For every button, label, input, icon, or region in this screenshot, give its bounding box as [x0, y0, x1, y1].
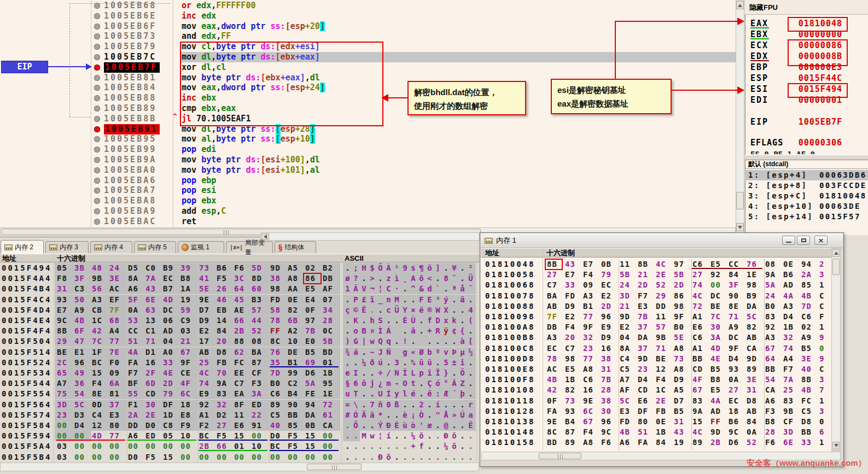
scroll-down-button[interactable] — [832, 442, 840, 449]
breakpoint-dot[interactable] — [94, 147, 100, 153]
breakpoint-dot[interactable] — [94, 106, 100, 112]
close-button[interactable]: × — [814, 236, 828, 245]
memory-row[interactable]: 018100A8DBF49FE9E23757B0E630A982921B021 — [481, 322, 831, 332]
memory-row[interactable]: 0015F58400.D4Ô12.80.DDÝD0ÐC8ÈF9ùF2ò27'E6… — [0, 420, 479, 431]
memory-row[interactable]: 0015F4A4F8ø3F?9B.3E>8A.7AzECìB8¸41AF5õ3C… — [0, 273, 479, 284]
memory-row[interactable]: 01810068C73309EC242D522D74003F985AAD851 — [481, 280, 831, 290]
disasm-row[interactable]: 1005EBA8pop ebx — [0, 196, 736, 206]
memory-row[interactable]: 0015F4B4311C3Ã56VAC¬A6¦43CB7·1A.5E^26&64… — [0, 284, 479, 294]
breakpoint-dot[interactable] — [94, 24, 100, 30]
disasm-row[interactable]: 1005EB6Fmov eax,dword ptr ss:[esp+20] — [0, 21, 736, 32]
breakpoint-dot[interactable] — [94, 3, 100, 9]
memory-row[interactable]: 0181010842821628AFCD1CA567E52731CA254B7 — [481, 385, 831, 395]
scroll-down-button[interactable] — [736, 223, 744, 231]
disasm-row[interactable]: 1005EB99pop edi — [0, 144, 736, 155]
disasm-row[interactable]: 1005EBA6pop ebp — [0, 175, 736, 186]
breakpoint-dot[interactable] — [94, 54, 100, 60]
stack-row[interactable]: 1: [esp+4] 00063DB6 — [745, 170, 868, 180]
disasm-row[interactable]: 1005EB73and edx,FF — [0, 31, 736, 42]
breakpoint-dot[interactable] — [94, 157, 100, 163]
disasm-row[interactable]: 1005EBACret — [0, 216, 736, 227]
memory-row[interactable]: 018101389EB46796FD800E3115FFB684B8CFD80 — [481, 417, 831, 427]
memory-row[interactable]: 018101180F739E385CE62ED7834AECD8A683FC1 — [481, 396, 831, 406]
stack-row[interactable]: 5: [esp+14] 0015F57 — [745, 212, 868, 222]
dock-tab-var[interactable]: |x=|局部变量 — [226, 241, 273, 253]
breakpoint-dot[interactable] — [94, 219, 100, 225]
breakpoint-dot[interactable] — [94, 136, 100, 142]
column-header-address[interactable]: 地址 — [485, 249, 499, 257]
memory-row[interactable]: 01810128FA936C30E3DFFBB59AAD18ABF39BC53 — [481, 406, 831, 417]
disasm-row[interactable]: 1005EB95mov al,byte ptr ss:[esp+10] — [0, 134, 736, 144]
memory-row[interactable]: 018100987FE277969D7B119FA17C715C83D4C6F — [481, 312, 831, 322]
memory-row[interactable]: 0015F53465e49I15.09.F7÷2F/4ENCEÎ4CL70pEE… — [0, 368, 479, 378]
memory1-hscroll-thumb[interactable] — [539, 453, 581, 459]
memory-row[interactable]: 018100E8ACE5A831C52312A8CDB59389BBF740C — [481, 364, 831, 374]
breakpoint-dot[interactable] — [94, 95, 100, 101]
minimize-button[interactable] — [782, 236, 795, 245]
breakpoint-dot[interactable] — [94, 44, 100, 50]
breakpoint-dot[interactable] — [94, 178, 100, 184]
disasm-row[interactable]: 1005EB91mov dl,byte ptr ss:[esp+28] — [0, 124, 736, 134]
dock-tab-struct[interactable]: §结构体 — [275, 241, 316, 253]
memory-row[interactable]: 0015F57423#D3ÓC4ÄE3ã2A*2E.1D.E8èA1¡D2Ò11… — [0, 410, 479, 420]
register-row[interactable]: EBP000000E3 — [745, 62, 868, 73]
scroll-up-button[interactable] — [832, 249, 840, 257]
register-row-eip[interactable]: EIP1005EB7F — [745, 116, 868, 127]
register-row[interactable]: ESI0015F494 — [745, 84, 868, 95]
dock-tab-内存3[interactable]: 内存 3 — [45, 241, 89, 253]
memory-row[interactable]: 0015F55475u54T8E.81.55UCDÍ79y6ClE9é83.EA… — [0, 389, 479, 399]
breakpoint-dot[interactable] — [94, 65, 100, 71]
memory1-vscroll-thumb[interactable] — [832, 259, 840, 275]
disasm-row[interactable]: 1005EB79mov cl,byte ptr ds:[edx+esi] — [0, 42, 736, 52]
dock-tab-watch[interactable]: 监视 1 — [178, 241, 224, 253]
memory-row[interactable]: 018100C8ECC723168A3771A8A14D9FCA6774B50 — [481, 343, 831, 354]
memory-row[interactable]: 0015F5643D=5C\0D.377F1ñ300DFß18.92.3228F… — [0, 400, 479, 410]
breakpoint-dot[interactable] — [94, 85, 100, 91]
breakpoint-dot[interactable] — [94, 198, 100, 204]
memory-row[interactable]: 018100F84B1BC67BA7D4F4D94FB80A3E547A8B3 — [481, 374, 831, 385]
restore-button[interactable] — [797, 236, 810, 245]
disassembly-vscroll-thumb[interactable] — [736, 192, 744, 209]
breakpoint-dot[interactable] — [94, 116, 100, 122]
disasm-row[interactable]: 1005EB68or edx,FFFFFF00 — [0, 1, 736, 11]
breakpoint-dot[interactable] — [94, 33, 100, 39]
disasm-row[interactable]: 1005EBA9add esp,C — [0, 206, 736, 216]
register-row[interactable]: EDI00000001 — [745, 95, 868, 106]
disasm-row[interactable]: 1005EB9Amov byte ptr ds:[esi+100],dl — [0, 155, 736, 165]
register-row[interactable]: EDX0000008B — [745, 51, 868, 62]
breakpoint-dot[interactable] — [94, 75, 100, 81]
register-row[interactable]: EBX00000000 — [745, 29, 868, 40]
memory-row[interactable]: 0015F49405.3B;48H24$D5ÕC0ÀB9¹39973sB6¶F6… — [0, 263, 479, 273]
column-header-hex[interactable]: 十六进制 — [546, 249, 575, 257]
disasm-row[interactable]: 1005EB8Bjl 70.1005EAF1 — [0, 114, 736, 124]
dock-tab-内存4[interactable]: 内存 4 — [90, 241, 132, 253]
memory-row[interactable]: 0015F4C493.50PA3£EFï5F_6En4DM19.9E.46F45… — [0, 295, 479, 305]
memory2-hscroll-thumb[interactable] — [307, 464, 362, 470]
memory-row[interactable]: 0015F514BE¾E1á1F.7E~4AJD1ÑA0 67gAB«D8Ø62… — [0, 347, 479, 358]
register-row[interactable]: ESP0015F44C — [745, 73, 868, 84]
disasm-row[interactable]: 1005EB7Fxor dl,cl — [0, 62, 736, 73]
dock-tab-内存2[interactable]: 内存 2 — [1, 240, 44, 254]
memory-row[interactable]: 01810088ABD9B12D21E3DD9872BE8EDAB0A37DC — [481, 301, 831, 312]
column-header-hex[interactable]: 十六进制 — [57, 254, 85, 262]
column-header-address[interactable]: 地址 — [2, 254, 16, 262]
memory-row[interactable]: 01810078BAFDA3E23DF729864CDC90B9244A4BC — [481, 291, 831, 301]
memory-row[interactable]: 0015F544A7§366F4ô6AjBF¿6Dm2D-4FO74t9A.C7… — [0, 378, 479, 389]
memory-row[interactable]: 0015F4D4E7çA9©CBË7F.0A.63cDCÜ59YD7×EBëAE… — [0, 305, 479, 315]
breakpoint-dot[interactable] — [94, 126, 100, 132]
disassembly-vscrollbar[interactable] — [736, 0, 744, 236]
memory-row[interactable]: 01810158BD89A8F6A6FA8419892BD652F66E331 — [481, 437, 831, 448]
register-row[interactable]: ECX00000086 — [745, 40, 868, 51]
column-header-ascii[interactable]: ASCII — [345, 254, 364, 262]
disasm-row[interactable]: 1005EBA0mov byte ptr ds:[esi+101],al — [0, 165, 736, 175]
scroll-up-button[interactable] — [736, 1, 744, 9]
dump-hscrollbar-strip[interactable] — [260, 232, 480, 241]
memory-row[interactable]: 0015F5B403.00.00.00.D0ÐF5õ15.00.00.00.00… — [0, 452, 479, 463]
memory-row[interactable]: 0181005827E7F4795B212E5B2792841E9AB62A3 — [481, 270, 831, 280]
memory-row[interactable]: 018100B8A32032D904DA9B5EC63ADCABA332A99 — [481, 332, 831, 343]
memory-row[interactable]: 0015F4E49C.4BK1C.68h53S13.06.C9ÉD9Ù14.66… — [0, 315, 479, 326]
stack-row[interactable]: 4: [esp+10] 00063DE — [745, 201, 868, 212]
breakpoint-dot[interactable] — [94, 167, 100, 173]
memory-row[interactable]: 0015F5242C,96.BC¼F0ðFAú16.3339F.25%FBûFC… — [0, 358, 479, 368]
memory-row[interactable]: 018101488C87F49C4B511B434C9D9C0A283DBB6 — [481, 427, 831, 437]
